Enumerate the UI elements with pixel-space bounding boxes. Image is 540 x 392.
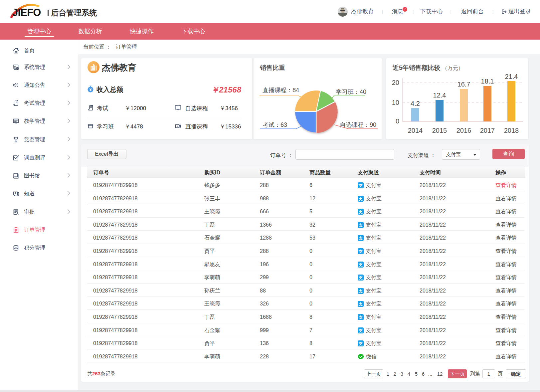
svg-text:支: 支 — [358, 223, 363, 227]
svg-text:16.7: 16.7 — [457, 81, 470, 88]
svg-text:支: 支 — [358, 262, 363, 267]
svg-text:支: 支 — [358, 315, 363, 319]
svg-text:支: 支 — [358, 249, 363, 254]
svg-text:21.4: 21.4 — [505, 73, 518, 80]
svg-text:?: ? — [15, 192, 17, 195]
svg-text:18.1: 18.1 — [481, 78, 494, 85]
svg-text:支: 支 — [358, 302, 363, 306]
svg-text:支: 支 — [358, 341, 363, 346]
svg-text:后台管理系统: 后台管理系统 — [51, 8, 97, 17]
svg-text:0: 0 — [396, 117, 399, 125]
svg-text:4.2: 4.2 — [411, 100, 420, 107]
svg-text:10: 10 — [392, 99, 399, 106]
svg-text:支: 支 — [358, 210, 363, 214]
svg-text:2015: 2015 — [432, 127, 447, 134]
svg-text:2017: 2017 — [480, 127, 495, 134]
svg-text:¥: ¥ — [90, 88, 92, 92]
svg-text:2016: 2016 — [456, 127, 471, 134]
svg-text:JIEFO: JIEFO — [12, 7, 41, 18]
svg-text:支: 支 — [358, 196, 363, 201]
svg-text:支: 支 — [358, 289, 363, 293]
svg-text:支: 支 — [358, 183, 363, 188]
svg-text:12.4: 12.4 — [433, 92, 446, 99]
svg-text:支: 支 — [358, 236, 363, 241]
svg-text:20: 20 — [392, 79, 399, 86]
svg-text:2014: 2014 — [408, 127, 423, 134]
svg-text:2018: 2018 — [504, 127, 519, 134]
svg-text:支: 支 — [358, 276, 363, 280]
svg-text:支: 支 — [358, 328, 363, 333]
